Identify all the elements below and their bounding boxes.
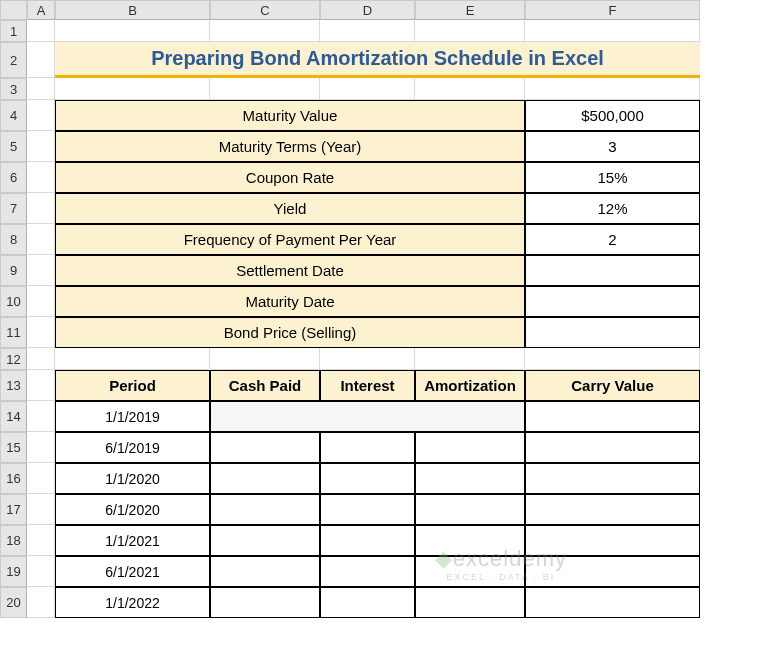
sched-amortization[interactable] xyxy=(415,525,525,556)
sched-interest[interactable] xyxy=(320,432,415,463)
param-value-yield[interactable]: 12% xyxy=(525,193,700,224)
row-header-18[interactable]: 18 xyxy=(0,525,27,556)
sched-amortization[interactable] xyxy=(415,587,525,618)
cell-blank[interactable] xyxy=(27,348,55,370)
sched-interest[interactable] xyxy=(320,556,415,587)
sched-carry-value[interactable] xyxy=(525,463,700,494)
sched-carry-value[interactable] xyxy=(525,432,700,463)
col-header-E[interactable]: E xyxy=(415,0,525,20)
sched-period[interactable]: 6/1/2021 xyxy=(55,556,210,587)
cell-blank[interactable] xyxy=(320,348,415,370)
sched-header-period[interactable]: Period xyxy=(55,370,210,401)
cell-blank[interactable] xyxy=(55,78,210,100)
row-header-14[interactable]: 14 xyxy=(0,401,27,432)
sched-header-carry-value[interactable]: Carry Value xyxy=(525,370,700,401)
cell-blank[interactable] xyxy=(210,20,320,42)
param-value-maturity-date[interactable] xyxy=(525,286,700,317)
cell-blank[interactable] xyxy=(55,20,210,42)
row-header-1[interactable]: 1 xyxy=(0,20,27,42)
sched-amortization[interactable] xyxy=(415,432,525,463)
cell-blank[interactable] xyxy=(27,78,55,100)
row-header-13[interactable]: 13 xyxy=(0,370,27,401)
col-header-B[interactable]: B xyxy=(55,0,210,20)
row-header-6[interactable]: 6 xyxy=(0,162,27,193)
row-header-17[interactable]: 17 xyxy=(0,494,27,525)
cell-blank[interactable] xyxy=(27,463,55,494)
sched-cash-paid[interactable] xyxy=(210,401,525,432)
col-header-A[interactable]: A xyxy=(27,0,55,20)
param-label-frequency[interactable]: Frequency of Payment Per Year xyxy=(55,224,525,255)
cell-blank[interactable] xyxy=(210,348,320,370)
param-value-settlement-date[interactable] xyxy=(525,255,700,286)
cell-blank[interactable] xyxy=(27,401,55,432)
sched-header-amortization[interactable]: Amortization xyxy=(415,370,525,401)
sched-cash-paid[interactable] xyxy=(210,494,320,525)
cell-blank[interactable] xyxy=(415,348,525,370)
sched-cash-paid[interactable] xyxy=(210,525,320,556)
cell-blank[interactable] xyxy=(525,20,700,42)
cell-blank[interactable] xyxy=(210,78,320,100)
cell-blank[interactable] xyxy=(415,78,525,100)
param-label-yield[interactable]: Yield xyxy=(55,193,525,224)
param-value-frequency[interactable]: 2 xyxy=(525,224,700,255)
row-header-10[interactable]: 10 xyxy=(0,286,27,317)
row-header-20[interactable]: 20 xyxy=(0,587,27,618)
sched-amortization[interactable] xyxy=(415,463,525,494)
sched-interest[interactable] xyxy=(320,525,415,556)
sched-period[interactable]: 1/1/2020 xyxy=(55,463,210,494)
param-label-settlement-date[interactable]: Settlement Date xyxy=(55,255,525,286)
sched-amortization[interactable] xyxy=(415,556,525,587)
sched-period[interactable]: 1/1/2019 xyxy=(55,401,210,432)
cell-blank[interactable] xyxy=(27,494,55,525)
row-header-5[interactable]: 5 xyxy=(0,131,27,162)
cell-blank[interactable] xyxy=(27,224,55,255)
sched-carry-value[interactable] xyxy=(525,556,700,587)
sched-carry-value[interactable] xyxy=(525,587,700,618)
sched-interest[interactable] xyxy=(320,587,415,618)
sched-header-cash-paid[interactable]: Cash Paid xyxy=(210,370,320,401)
cell-blank[interactable] xyxy=(27,317,55,348)
row-header-2[interactable]: 2 xyxy=(0,42,27,78)
row-header-3[interactable]: 3 xyxy=(0,78,27,100)
row-header-16[interactable]: 16 xyxy=(0,463,27,494)
param-value-coupon-rate[interactable]: 15% xyxy=(525,162,700,193)
cell-blank[interactable] xyxy=(27,556,55,587)
sched-carry-value[interactable] xyxy=(525,494,700,525)
cell-blank[interactable] xyxy=(27,432,55,463)
sched-period[interactable]: 6/1/2020 xyxy=(55,494,210,525)
sched-cash-paid[interactable] xyxy=(210,587,320,618)
cell-blank[interactable] xyxy=(27,162,55,193)
param-label-bond-price[interactable]: Bond Price (Selling) xyxy=(55,317,525,348)
sched-carry-value[interactable] xyxy=(525,401,700,432)
cell-blank[interactable] xyxy=(27,255,55,286)
sched-amortization[interactable] xyxy=(415,494,525,525)
col-header-D[interactable]: D xyxy=(320,0,415,20)
row-header-4[interactable]: 4 xyxy=(0,100,27,131)
param-label-maturity-terms[interactable]: Maturity Terms (Year) xyxy=(55,131,525,162)
sched-period[interactable]: 6/1/2019 xyxy=(55,432,210,463)
cell-blank[interactable] xyxy=(525,348,700,370)
sched-cash-paid[interactable] xyxy=(210,432,320,463)
param-label-maturity-value[interactable]: Maturity Value xyxy=(55,100,525,131)
cell-blank[interactable] xyxy=(320,78,415,100)
sched-interest[interactable] xyxy=(320,494,415,525)
param-value-maturity-value[interactable]: $500,000 xyxy=(525,100,700,131)
page-title[interactable]: Preparing Bond Amortization Schedule in … xyxy=(55,42,700,78)
cell-blank[interactable] xyxy=(27,370,55,401)
row-header-11[interactable]: 11 xyxy=(0,317,27,348)
cell-blank[interactable] xyxy=(55,348,210,370)
cell-blank[interactable] xyxy=(27,587,55,618)
sched-cash-paid[interactable] xyxy=(210,463,320,494)
cell-blank[interactable] xyxy=(27,20,55,42)
sched-period[interactable]: 1/1/2022 xyxy=(55,587,210,618)
row-header-9[interactable]: 9 xyxy=(0,255,27,286)
param-value-maturity-terms[interactable]: 3 xyxy=(525,131,700,162)
cell-blank[interactable] xyxy=(27,100,55,131)
cell-blank[interactable] xyxy=(27,525,55,556)
param-value-bond-price[interactable] xyxy=(525,317,700,348)
cell-blank[interactable] xyxy=(320,20,415,42)
sched-carry-value[interactable] xyxy=(525,525,700,556)
cell-blank[interactable] xyxy=(525,78,700,100)
sched-header-interest[interactable]: Interest xyxy=(320,370,415,401)
param-label-maturity-date[interactable]: Maturity Date xyxy=(55,286,525,317)
